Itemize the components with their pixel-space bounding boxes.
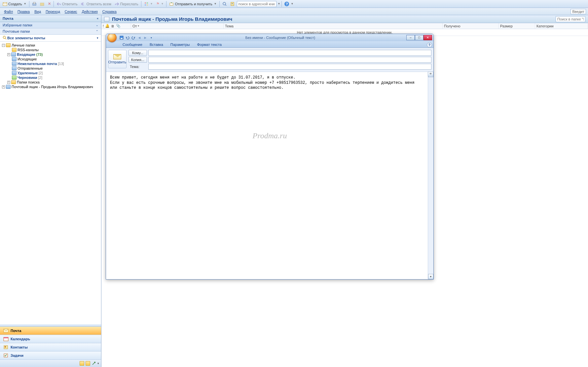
column-from[interactable]: От ▾ (131, 23, 224, 29)
search-folders-node[interactable]: + Папки поиска (1, 80, 100, 84)
menu-edit[interactable]: Правка (16, 9, 32, 14)
scroll-down-button[interactable]: ▼ (428, 274, 433, 279)
favorite-folders-header[interactable]: Избранные папки ⌄ (0, 22, 101, 28)
rss-node[interactable]: RSS-каналы (1, 48, 100, 52)
svg-point-13 (3, 36, 6, 39)
nav-contacts[interactable]: Контакты (0, 343, 101, 351)
print-button[interactable] (31, 1, 38, 7)
new-mail-icon (3, 2, 7, 6)
to-input[interactable] (148, 50, 431, 56)
send-receive-button[interactable]: Отправить и получить ▼ (168, 1, 218, 7)
help-button[interactable]: ?▼ (283, 1, 295, 7)
tab-format[interactable]: Формат текста (194, 42, 225, 48)
folder-tree: − Личные папки RSS-каналы + Входящие (73… (0, 42, 101, 246)
junk-icon (12, 62, 17, 66)
send-button[interactable]: Отправить (108, 50, 127, 68)
sent-node[interactable]: Отправленные (1, 66, 100, 71)
trash-icon (12, 71, 17, 75)
categorize-button[interactable]: ▼ (143, 1, 154, 7)
find-button[interactable] (221, 1, 228, 7)
junk-node[interactable]: Нежелательная почта [13] (1, 61, 100, 66)
notes-icon[interactable] (80, 361, 84, 366)
configure-buttons-icon[interactable]: ▾ (97, 362, 99, 365)
column-received[interactable]: Получено (443, 23, 499, 29)
drafts-node[interactable]: Черновики [2] (1, 75, 100, 80)
sent-icon (12, 66, 17, 70)
collapse-icon[interactable]: − (2, 44, 5, 47)
folder-list-icon[interactable] (86, 361, 90, 366)
all-mail-items-row[interactable]: Все элементы почты ▾ (0, 35, 101, 42)
separator (29, 1, 29, 7)
ruler-toggle[interactable]: ⧈ (428, 72, 433, 76)
personal-folders-node[interactable]: − Личные папки (1, 43, 100, 48)
mail-icon (3, 328, 8, 333)
inbox-node[interactable]: + Входящие (73) (1, 52, 100, 57)
mailbox-icon (6, 85, 11, 89)
folder-search-input[interactable] (556, 16, 585, 22)
type-question-hint[interactable]: Введит (570, 9, 586, 14)
qat-customize[interactable]: ▾ (148, 35, 154, 41)
collapse-icon[interactable]: « (97, 17, 98, 20)
mail-section-header[interactable]: Почта « (0, 15, 101, 22)
move-button[interactable] (39, 1, 46, 7)
minimize-button[interactable]: – (406, 35, 415, 40)
nav-calendar[interactable]: Календарь (0, 335, 101, 343)
subject-input[interactable] (148, 64, 431, 70)
tasks-icon (3, 353, 8, 358)
nav-tasks[interactable]: Задачи (0, 351, 101, 360)
expand-icon[interactable]: + (7, 81, 10, 84)
tab-message[interactable]: Сообщение (119, 42, 146, 48)
create-button[interactable]: Создать ▼ (1, 1, 28, 7)
reply-label: Ответить (62, 2, 78, 6)
qat-redo[interactable] (130, 35, 136, 41)
reply-all-button[interactable]: Ответить всем (80, 1, 113, 7)
menu-actions[interactable]: Действия (80, 9, 100, 14)
outbox-node[interactable]: Исходящие (1, 57, 100, 61)
mailbox2-node[interactable]: + Почтовый ящик - Продьма Игорь Владимир… (1, 84, 100, 89)
qat-save[interactable] (119, 35, 125, 41)
maximize-button[interactable]: □ (415, 35, 423, 40)
mailbox2-label: Почтовый ящик - Продьма Игорь Владимиров… (12, 85, 93, 89)
icon-columns[interactable]: ! 🔔 🗎 📎 (101, 23, 131, 29)
cc-input[interactable] (148, 57, 431, 63)
delete-button[interactable]: ✕ (47, 1, 52, 7)
scroll-track[interactable] (428, 77, 433, 274)
shortcuts-icon[interactable] (92, 361, 96, 366)
ribbon-help-button[interactable]: ? (427, 42, 432, 48)
dropdown-icon[interactable]: ▾ (97, 36, 98, 40)
cc-button[interactable]: Копия... (129, 57, 147, 63)
menu-help[interactable]: Справка (100, 9, 119, 14)
reply-button[interactable]: Ответить (55, 1, 79, 7)
expand-icon[interactable]: + (7, 53, 10, 56)
qat-prev[interactable]: ◄ (136, 35, 142, 41)
column-subject[interactable]: Тема (224, 23, 443, 29)
menu-tools[interactable]: Сервис (63, 9, 79, 14)
vertical-scrollbar[interactable]: ⧈ ▲ ▼ (428, 72, 433, 279)
addressbook-button[interactable] (229, 1, 236, 7)
close-button[interactable]: ✕ (423, 35, 432, 40)
column-size[interactable]: Размер (499, 23, 535, 29)
nav-mail[interactable]: Почта (0, 327, 101, 335)
wunderbar: Почта Календарь Контакты Задачи (0, 326, 101, 360)
tab-options[interactable]: Параметры (167, 42, 193, 48)
followup-button[interactable]: ⚑▼ (155, 1, 165, 7)
compose-titlebar[interactable]: ◄ ► ▾ Без имени - Сообщение (Обычный тек… (106, 34, 433, 41)
expand-icon[interactable]: + (2, 85, 5, 88)
forward-button[interactable]: Переслать (113, 1, 140, 7)
menu-view[interactable]: Вид (32, 9, 43, 14)
search-icon (222, 2, 227, 6)
separator (54, 1, 54, 7)
tab-insert[interactable]: Вставка (146, 42, 166, 48)
to-button[interactable]: Кому... (129, 50, 147, 56)
menu-file[interactable]: Файл (2, 9, 15, 14)
column-categories[interactable]: Категории (535, 23, 588, 29)
create-label: Создать (8, 2, 22, 6)
qat-undo[interactable] (125, 35, 130, 41)
forward-label: Переслать (120, 2, 138, 6)
compose-body[interactable]: Всем привет, сегодня меня нет на работе … (106, 72, 428, 279)
menu-go[interactable]: Переход (44, 9, 62, 14)
deleted-node[interactable]: Удаленные [2] (1, 71, 100, 75)
qat-next[interactable]: ► (142, 35, 148, 41)
addressbook-search-input[interactable] (237, 1, 276, 7)
mail-folders-header[interactable]: Почтовые папки ⌃ (0, 28, 101, 35)
